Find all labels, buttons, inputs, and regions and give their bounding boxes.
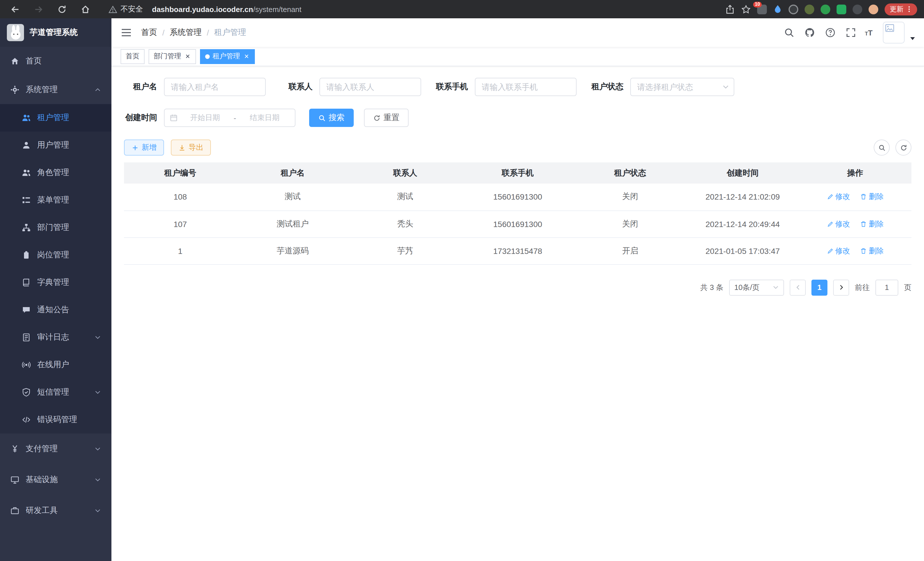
date-end-placeholder: 结束日期	[239, 113, 290, 123]
active-tag-dot	[205, 54, 210, 59]
status-select[interactable]	[630, 78, 734, 96]
tenant-name-label: 租户名	[124, 82, 157, 92]
table-row: 108 测试 测试 15601691300 关闭 2021-12-14 21:0…	[124, 183, 911, 211]
tag-dept-management[interactable]: 部门管理	[148, 49, 196, 64]
error-code-icon	[22, 415, 31, 424]
contact-mobile-input[interactable]	[475, 78, 577, 96]
sidebar-item-audit-log[interactable]: 审计日志	[0, 324, 111, 351]
extension-icon-badged[interactable]: 10	[757, 4, 767, 14]
sidebar-item-post-management[interactable]: 岗位管理	[0, 241, 111, 269]
create-time-label: 创建时间	[124, 113, 157, 123]
tenant-name-input[interactable]	[164, 78, 266, 96]
forward-button[interactable]	[30, 1, 47, 17]
home-button[interactable]	[77, 1, 94, 17]
delete-link[interactable]: 删除	[860, 219, 884, 229]
system-management-submenu: 租户管理 用户管理 角色管理 菜单管理 部门管理	[0, 104, 111, 433]
filter-tenant-name: 租户名	[124, 78, 266, 96]
tenant-table: 租户编号 租户名 联系人 联系手机 租户状态 创建时间 操作 108 测试	[124, 162, 911, 265]
date-range-picker[interactable]: 开始日期 - 结束日期	[164, 109, 296, 127]
filter-row-2: 创建时间 开始日期 - 结束日期 搜索 重置	[124, 109, 911, 127]
next-page-button[interactable]	[833, 279, 849, 295]
extension-green-square-icon[interactable]	[837, 4, 846, 14]
filter-row-1: 租户名 联系人 联系手机 租户状态	[124, 78, 911, 96]
chevron-left-icon	[795, 284, 801, 290]
help-doc-button[interactable]	[821, 24, 838, 41]
extension-olive-icon[interactable]	[805, 4, 814, 14]
page-content: 租户名 联系人 联系手机 租户状态	[111, 66, 924, 561]
toggle-search-button[interactable]	[874, 140, 890, 156]
cell-status: 开启	[574, 237, 687, 264]
breadcrumb-system-management[interactable]: 系统管理	[170, 27, 202, 38]
page-number-button[interactable]: 1	[812, 279, 827, 295]
goto-page-input[interactable]	[875, 279, 898, 295]
extension-paw-icon[interactable]	[853, 4, 862, 14]
contact-name-input[interactable]	[320, 78, 421, 96]
tag-close-icon[interactable]	[184, 53, 191, 60]
sidebar-item-menu-management[interactable]: 菜单管理	[0, 186, 111, 214]
page-size-select[interactable]: 10条/页	[729, 279, 784, 295]
collapse-sidebar-icon[interactable]	[121, 27, 132, 38]
menu-list-icon	[22, 196, 31, 205]
header-search-button[interactable]	[780, 24, 797, 41]
chrome-update-button[interactable]: 更新	[885, 3, 917, 15]
tag-tenant-management[interactable]: 租户管理	[200, 49, 255, 64]
chevron-up-icon	[94, 86, 101, 93]
sidebar-item-online-users[interactable]: 在线用户	[0, 351, 111, 379]
sidebar-item-dict-management[interactable]: 字典管理	[0, 269, 111, 296]
col-header-mobile: 联系手机	[461, 162, 574, 183]
user-dropdown-caret[interactable]	[910, 37, 915, 40]
reset-button[interactable]: 重置	[364, 109, 409, 127]
cell-created-at: 2021-12-14 21:02:09	[686, 183, 799, 211]
address-bar[interactable]: dashboard.yudao.iocoder.cn/system/tenant	[152, 5, 718, 14]
edit-link[interactable]: 修改	[826, 192, 850, 202]
export-button[interactable]: 导出	[171, 140, 211, 156]
sidebar-item-role-management[interactable]: 角色管理	[0, 159, 111, 186]
back-button[interactable]	[7, 1, 23, 17]
app-logo[interactable]: 芋道管理系统	[0, 18, 111, 47]
col-header-created-at: 创建时间	[686, 162, 799, 183]
sidebar-item-dev-tools[interactable]: 研发工具	[0, 495, 111, 526]
edit-link[interactable]: 修改	[826, 246, 850, 256]
fullscreen-button[interactable]	[842, 24, 859, 41]
edit-link[interactable]: 修改	[826, 219, 850, 229]
refresh-table-button[interactable]	[896, 140, 911, 156]
sidebar-item-sms-management[interactable]: 短信管理	[0, 379, 111, 406]
search-button[interactable]: 搜索	[309, 109, 354, 127]
sidebar-item-user-management[interactable]: 用户管理	[0, 132, 111, 159]
tenant-people-icon	[22, 113, 31, 122]
profile-avatar[interactable]	[868, 4, 878, 14]
extension-dark-icon[interactable]	[789, 4, 798, 14]
site-security-chip[interactable]: 不安全	[109, 4, 143, 14]
add-button[interactable]: 新增	[124, 140, 164, 156]
tag-close-icon[interactable]	[243, 53, 250, 60]
extension-green-circle-icon[interactable]	[820, 4, 830, 14]
github-link[interactable]	[801, 24, 818, 41]
breadcrumb-home[interactable]: 首页	[141, 27, 157, 38]
kebab-menu-icon	[906, 6, 912, 13]
back-icon	[10, 4, 20, 14]
delete-link[interactable]: 删除	[860, 246, 884, 256]
sidebar-item-system-management[interactable]: 系统管理	[0, 75, 111, 104]
sidebar-item-home[interactable]: 首页	[0, 47, 111, 75]
font-size-button[interactable]: TT	[862, 28, 875, 37]
sidebar-item-error-code[interactable]: 错误码管理	[0, 406, 111, 433]
cell-tenant-name: 测试租户	[237, 211, 349, 237]
sidebar-item-notice[interactable]: 通知公告	[0, 296, 111, 324]
pagination: 共 3 条 10条/页 1 前往 页	[124, 279, 911, 295]
col-header-actions: 操作	[799, 162, 911, 183]
bookmark-star-icon[interactable]	[741, 4, 751, 14]
breadcrumb-current: 租户管理	[214, 27, 246, 38]
user-avatar[interactable]	[883, 22, 904, 44]
extension-drop-icon[interactable]	[773, 5, 782, 14]
sidebar-item-payment[interactable]: 支付管理	[0, 433, 111, 464]
sidebar-item-infrastructure[interactable]: 基础设施	[0, 464, 111, 495]
fullscreen-icon	[845, 27, 856, 38]
sidebar-item-dept-management[interactable]: 部门管理	[0, 214, 111, 241]
share-icon[interactable]	[725, 4, 735, 14]
delete-link[interactable]: 删除	[860, 192, 884, 202]
sidebar-item-tenant-management[interactable]: 租户管理	[0, 104, 111, 132]
prev-page-button[interactable]	[790, 279, 806, 295]
chevron-right-icon	[838, 284, 844, 290]
tag-home[interactable]: 首页	[121, 49, 145, 64]
reload-button[interactable]	[54, 1, 70, 17]
